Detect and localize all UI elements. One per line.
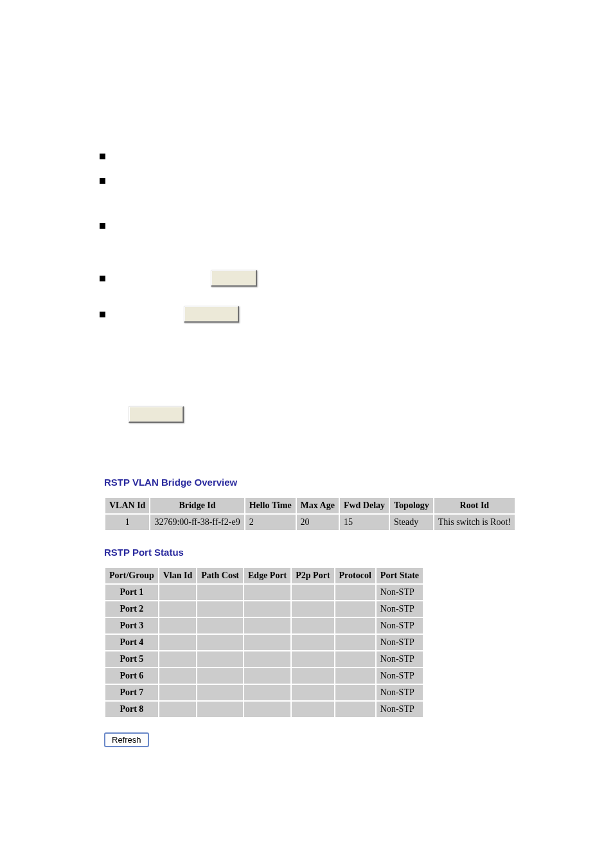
- th-vlan-id: Vlan Id: [159, 568, 197, 583]
- cell-port-state: Non-STP: [377, 601, 423, 617]
- cell-hello-time: 2: [245, 515, 296, 530]
- cell-port-state: Non-STP: [377, 651, 423, 667]
- bullet-icon: [100, 154, 105, 159]
- bullet-icon: [100, 178, 105, 184]
- th-hello-time: Hello Time: [245, 498, 296, 513]
- cell-max-age: 20: [297, 515, 339, 530]
- table-row: Port 1Non-STP: [105, 585, 423, 600]
- cell-p2p-port: [292, 702, 333, 717]
- th-protocol: Protocol: [335, 568, 375, 583]
- cell-edge-port: [244, 668, 290, 684]
- th-path-cost: Path Cost: [197, 568, 243, 583]
- cell-protocol: [335, 685, 375, 700]
- cell-path-cost: [197, 601, 243, 617]
- cell-edge-port: [244, 635, 290, 650]
- th-p2p-port: P2p Port: [292, 568, 333, 583]
- cell-protocol: [335, 618, 375, 633]
- cell-p2p-port: [292, 651, 333, 667]
- cell-edge-port: [244, 601, 290, 617]
- cell-protocol: [335, 668, 375, 684]
- cell-vlan-id: [159, 585, 197, 600]
- table-header-row: Port/Group Vlan Id Path Cost Edge Port P…: [105, 568, 423, 583]
- generic-button[interactable]: [184, 306, 239, 323]
- cell-port: Port 3: [105, 618, 158, 633]
- cell-edge-port: [244, 585, 290, 600]
- bridge-overview-table: VLAN Id Bridge Id Hello Time Max Age Fwd…: [104, 497, 516, 531]
- cell-port: Port 1: [105, 585, 158, 600]
- th-edge-port: Edge Port: [244, 568, 290, 583]
- cell-vlan-id: [159, 685, 197, 700]
- table-row: Port 7Non-STP: [105, 685, 423, 700]
- th-fwd-delay: Fwd Delay: [340, 498, 389, 513]
- cell-vlan-id: 1: [105, 515, 149, 530]
- port-status-table: Port/Group Vlan Id Path Cost Edge Port P…: [104, 567, 424, 718]
- table-row: Port 8Non-STP: [105, 702, 423, 717]
- th-root-id: Root Id: [434, 498, 515, 513]
- heading-bridge-overview: RSTP VLAN Bridge Overview: [104, 477, 536, 488]
- cell-protocol: [335, 702, 375, 717]
- cell-path-cost: [197, 651, 243, 667]
- cell-vlan-id: [159, 651, 197, 667]
- cell-edge-port: [244, 702, 290, 717]
- cell-root-id: This switch is Root!: [434, 515, 515, 530]
- heading-port-status: RSTP Port Status: [104, 547, 536, 558]
- cell-port: Port 2: [105, 601, 158, 617]
- cell-path-cost: [197, 618, 243, 633]
- th-port-group: Port/Group: [105, 568, 158, 583]
- cell-port: Port 6: [105, 668, 158, 684]
- cell-port: Port 7: [105, 685, 158, 700]
- cell-port: Port 5: [105, 651, 158, 667]
- th-port-state: Port State: [377, 568, 423, 583]
- cell-path-cost: [197, 585, 243, 600]
- cell-vlan-id: [159, 702, 197, 717]
- table-row: 1 32769:00-ff-38-ff-f2-e9 2 20 15 Steady…: [105, 515, 515, 530]
- cell-protocol: [335, 585, 375, 600]
- cell-edge-port: [244, 685, 290, 700]
- cell-p2p-port: [292, 685, 333, 700]
- th-vlan-id: VLAN Id: [105, 498, 149, 513]
- cell-port-state: Non-STP: [377, 685, 423, 700]
- cell-p2p-port: [292, 668, 333, 684]
- cell-path-cost: [197, 668, 243, 684]
- cell-p2p-port: [292, 635, 333, 650]
- cell-edge-port: [244, 618, 290, 633]
- table-row: Port 5Non-STP: [105, 651, 423, 667]
- cell-port: Port 8: [105, 702, 158, 717]
- cell-p2p-port: [292, 585, 333, 600]
- table-row: Port 4Non-STP: [105, 635, 423, 650]
- cell-protocol: [335, 651, 375, 667]
- refresh-button[interactable]: Refresh: [104, 732, 149, 747]
- cell-port-state: Non-STP: [377, 635, 423, 650]
- cell-topology: Steady: [390, 515, 433, 530]
- cell-path-cost: [197, 702, 243, 717]
- th-bridge-id: Bridge Id: [150, 498, 244, 513]
- cell-protocol: [335, 601, 375, 617]
- cell-vlan-id: [159, 601, 197, 617]
- cell-port-state: Non-STP: [377, 702, 423, 717]
- table-row: Port 2Non-STP: [105, 601, 423, 617]
- cell-path-cost: [197, 685, 243, 700]
- cell-port-state: Non-STP: [377, 668, 423, 684]
- th-max-age: Max Age: [297, 498, 339, 513]
- cell-edge-port: [244, 651, 290, 667]
- table-header-row: VLAN Id Bridge Id Hello Time Max Age Fwd…: [105, 498, 515, 513]
- cell-vlan-id: [159, 635, 197, 650]
- table-row: Port 3Non-STP: [105, 618, 423, 633]
- cell-vlan-id: [159, 618, 197, 633]
- bullet-list: [100, 148, 536, 323]
- generic-button[interactable]: [129, 406, 184, 423]
- cell-vlan-id: [159, 668, 197, 684]
- cell-port: Port 4: [105, 635, 158, 650]
- cell-port-state: Non-STP: [377, 585, 423, 600]
- bullet-icon: [100, 276, 105, 281]
- cell-path-cost: [197, 635, 243, 650]
- cell-protocol: [335, 635, 375, 650]
- generic-button[interactable]: [211, 270, 257, 287]
- cell-bridge-id: 32769:00-ff-38-ff-f2-e9: [150, 515, 244, 530]
- table-row: Port 6Non-STP: [105, 668, 423, 684]
- cell-port-state: Non-STP: [377, 618, 423, 633]
- th-topology: Topology: [390, 498, 433, 513]
- cell-p2p-port: [292, 618, 333, 633]
- cell-fwd-delay: 15: [340, 515, 389, 530]
- bullet-icon: [100, 312, 105, 317]
